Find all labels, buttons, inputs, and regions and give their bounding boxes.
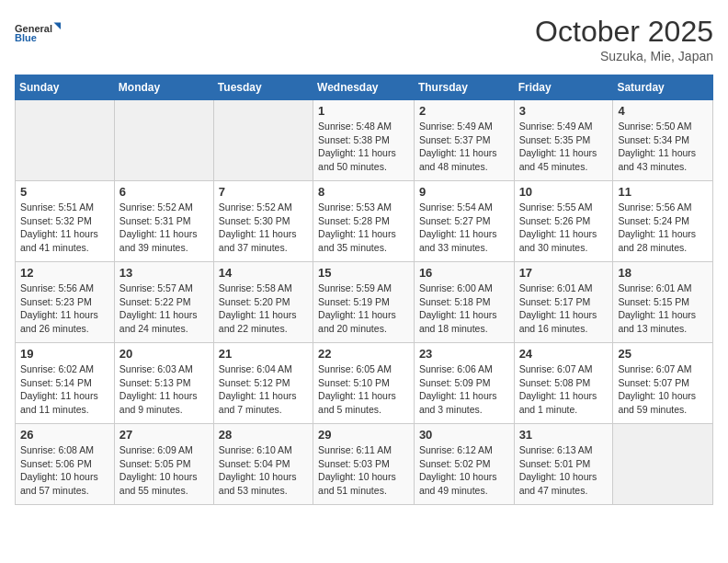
day-info: Sunrise: 6:01 AM Sunset: 5:17 PM Dayligh… bbox=[519, 282, 609, 336]
day-number: 9 bbox=[419, 185, 509, 199]
calendar-cell: 11Sunrise: 5:56 AM Sunset: 5:24 PM Dayli… bbox=[613, 181, 713, 262]
calendar-cell: 29Sunrise: 6:11 AM Sunset: 5:03 PM Dayli… bbox=[313, 424, 415, 505]
month-title: October 2025 bbox=[535, 15, 713, 49]
day-number: 26 bbox=[20, 428, 109, 442]
calendar-cell: 19Sunrise: 6:02 AM Sunset: 5:14 PM Dayli… bbox=[16, 343, 115, 424]
day-number: 23 bbox=[419, 347, 509, 361]
day-info: Sunrise: 6:07 AM Sunset: 5:08 PM Dayligh… bbox=[519, 362, 609, 417]
day-number: 7 bbox=[219, 185, 308, 199]
calendar-cell: 3Sunrise: 5:49 AM Sunset: 5:35 PM Daylig… bbox=[514, 100, 613, 181]
weekday-header-friday: Friday bbox=[514, 75, 613, 100]
day-number: 4 bbox=[618, 104, 708, 118]
day-info: Sunrise: 6:00 AM Sunset: 5:18 PM Dayligh… bbox=[419, 282, 509, 336]
day-info: Sunrise: 5:53 AM Sunset: 5:28 PM Dayligh… bbox=[318, 201, 409, 255]
calendar-cell: 25Sunrise: 6:07 AM Sunset: 5:07 PM Dayli… bbox=[613, 343, 713, 424]
svg-text:Blue: Blue bbox=[15, 32, 37, 43]
calendar-cell: 13Sunrise: 5:57 AM Sunset: 5:22 PM Dayli… bbox=[114, 262, 213, 343]
calendar-cell: 5Sunrise: 5:51 AM Sunset: 5:32 PM Daylig… bbox=[16, 181, 115, 262]
calendar-cell bbox=[114, 100, 213, 181]
day-number: 25 bbox=[618, 347, 708, 361]
day-info: Sunrise: 5:56 AM Sunset: 5:24 PM Dayligh… bbox=[618, 201, 708, 255]
logo-svg: General Blue bbox=[15, 15, 61, 52]
day-number: 14 bbox=[219, 266, 308, 280]
day-info: Sunrise: 5:54 AM Sunset: 5:27 PM Dayligh… bbox=[419, 201, 509, 255]
calendar-cell: 6Sunrise: 5:52 AM Sunset: 5:31 PM Daylig… bbox=[114, 181, 213, 262]
day-info: Sunrise: 6:02 AM Sunset: 5:14 PM Dayligh… bbox=[20, 362, 109, 417]
day-number: 31 bbox=[519, 428, 609, 442]
day-info: Sunrise: 5:49 AM Sunset: 5:35 PM Dayligh… bbox=[519, 120, 609, 174]
day-info: Sunrise: 6:08 AM Sunset: 5:06 PM Dayligh… bbox=[20, 443, 109, 498]
day-number: 24 bbox=[519, 347, 609, 361]
calendar-cell: 17Sunrise: 6:01 AM Sunset: 5:17 PM Dayli… bbox=[514, 262, 613, 343]
calendar-cell bbox=[213, 100, 313, 181]
weekday-header-sunday: Sunday bbox=[16, 75, 115, 100]
weekday-header-saturday: Saturday bbox=[613, 75, 713, 100]
day-info: Sunrise: 6:11 AM Sunset: 5:03 PM Dayligh… bbox=[318, 443, 409, 498]
day-info: Sunrise: 5:48 AM Sunset: 5:38 PM Dayligh… bbox=[318, 120, 409, 174]
day-number: 20 bbox=[119, 347, 209, 361]
calendar-cell: 4Sunrise: 5:50 AM Sunset: 5:34 PM Daylig… bbox=[613, 100, 713, 181]
day-number: 10 bbox=[519, 185, 609, 199]
day-number: 19 bbox=[20, 347, 109, 361]
day-number: 2 bbox=[419, 104, 509, 118]
day-number: 28 bbox=[219, 428, 308, 442]
day-number: 3 bbox=[519, 104, 609, 118]
day-number: 27 bbox=[119, 428, 209, 442]
calendar-cell: 28Sunrise: 6:10 AM Sunset: 5:04 PM Dayli… bbox=[213, 424, 313, 505]
day-info: Sunrise: 5:51 AM Sunset: 5:32 PM Dayligh… bbox=[20, 201, 109, 255]
calendar-cell: 15Sunrise: 5:59 AM Sunset: 5:19 PM Dayli… bbox=[313, 262, 415, 343]
day-number: 18 bbox=[618, 266, 708, 280]
day-number: 22 bbox=[318, 347, 409, 361]
day-number: 8 bbox=[318, 185, 409, 199]
calendar-cell: 22Sunrise: 6:05 AM Sunset: 5:10 PM Dayli… bbox=[313, 343, 415, 424]
day-info: Sunrise: 6:07 AM Sunset: 5:07 PM Dayligh… bbox=[618, 362, 708, 417]
day-info: Sunrise: 5:55 AM Sunset: 5:26 PM Dayligh… bbox=[519, 201, 609, 255]
day-number: 11 bbox=[618, 185, 708, 199]
day-number: 13 bbox=[119, 266, 209, 280]
calendar-table: SundayMondayTuesdayWednesdayThursdayFrid… bbox=[15, 75, 713, 505]
calendar-cell: 23Sunrise: 6:06 AM Sunset: 5:09 PM Dayli… bbox=[414, 343, 514, 424]
day-number: 6 bbox=[119, 185, 209, 199]
calendar-cell: 26Sunrise: 6:08 AM Sunset: 5:06 PM Dayli… bbox=[16, 424, 115, 505]
calendar-cell: 16Sunrise: 6:00 AM Sunset: 5:18 PM Dayli… bbox=[414, 262, 514, 343]
day-info: Sunrise: 6:03 AM Sunset: 5:13 PM Dayligh… bbox=[119, 362, 209, 417]
day-number: 12 bbox=[20, 266, 109, 280]
day-info: Sunrise: 5:52 AM Sunset: 5:31 PM Dayligh… bbox=[119, 201, 209, 255]
day-info: Sunrise: 5:49 AM Sunset: 5:37 PM Dayligh… bbox=[419, 120, 509, 174]
weekday-header-monday: Monday bbox=[114, 75, 213, 100]
day-info: Sunrise: 6:09 AM Sunset: 5:05 PM Dayligh… bbox=[119, 443, 209, 498]
day-info: Sunrise: 6:05 AM Sunset: 5:10 PM Dayligh… bbox=[318, 362, 409, 417]
weekday-header-tuesday: Tuesday bbox=[213, 75, 313, 100]
calendar-cell: 1Sunrise: 5:48 AM Sunset: 5:38 PM Daylig… bbox=[313, 100, 415, 181]
day-info: Sunrise: 6:12 AM Sunset: 5:02 PM Dayligh… bbox=[419, 443, 509, 498]
day-info: Sunrise: 6:06 AM Sunset: 5:09 PM Dayligh… bbox=[419, 362, 509, 417]
day-number: 30 bbox=[419, 428, 509, 442]
day-info: Sunrise: 5:52 AM Sunset: 5:30 PM Dayligh… bbox=[219, 201, 308, 255]
day-number: 5 bbox=[20, 185, 109, 199]
day-number: 1 bbox=[318, 104, 409, 118]
day-info: Sunrise: 5:59 AM Sunset: 5:19 PM Dayligh… bbox=[318, 282, 409, 336]
title-block: October 2025 Suzuka, Mie, Japan bbox=[535, 15, 713, 63]
day-number: 15 bbox=[318, 266, 409, 280]
logo: General Blue bbox=[15, 15, 61, 52]
calendar-cell bbox=[613, 424, 713, 505]
calendar-cell bbox=[16, 100, 115, 181]
calendar-cell: 8Sunrise: 5:53 AM Sunset: 5:28 PM Daylig… bbox=[313, 181, 415, 262]
day-info: Sunrise: 6:10 AM Sunset: 5:04 PM Dayligh… bbox=[219, 443, 308, 498]
calendar-cell: 24Sunrise: 6:07 AM Sunset: 5:08 PM Dayli… bbox=[514, 343, 613, 424]
day-number: 16 bbox=[419, 266, 509, 280]
calendar-cell: 2Sunrise: 5:49 AM Sunset: 5:37 PM Daylig… bbox=[414, 100, 514, 181]
svg-marker-2 bbox=[54, 23, 62, 30]
calendar-cell: 30Sunrise: 6:12 AM Sunset: 5:02 PM Dayli… bbox=[414, 424, 514, 505]
calendar-cell: 18Sunrise: 6:01 AM Sunset: 5:15 PM Dayli… bbox=[613, 262, 713, 343]
calendar-cell: 20Sunrise: 6:03 AM Sunset: 5:13 PM Dayli… bbox=[114, 343, 213, 424]
day-info: Sunrise: 5:50 AM Sunset: 5:34 PM Dayligh… bbox=[618, 120, 708, 174]
page-header: General Blue October 2025 Suzuka, Mie, J… bbox=[15, 15, 713, 63]
day-info: Sunrise: 5:58 AM Sunset: 5:20 PM Dayligh… bbox=[219, 282, 308, 336]
calendar-cell: 12Sunrise: 5:56 AM Sunset: 5:23 PM Dayli… bbox=[16, 262, 115, 343]
calendar-cell: 14Sunrise: 5:58 AM Sunset: 5:20 PM Dayli… bbox=[213, 262, 313, 343]
calendar-cell: 7Sunrise: 5:52 AM Sunset: 5:30 PM Daylig… bbox=[213, 181, 313, 262]
calendar-cell: 21Sunrise: 6:04 AM Sunset: 5:12 PM Dayli… bbox=[213, 343, 313, 424]
day-info: Sunrise: 5:57 AM Sunset: 5:22 PM Dayligh… bbox=[119, 282, 209, 336]
day-info: Sunrise: 5:56 AM Sunset: 5:23 PM Dayligh… bbox=[20, 282, 109, 336]
